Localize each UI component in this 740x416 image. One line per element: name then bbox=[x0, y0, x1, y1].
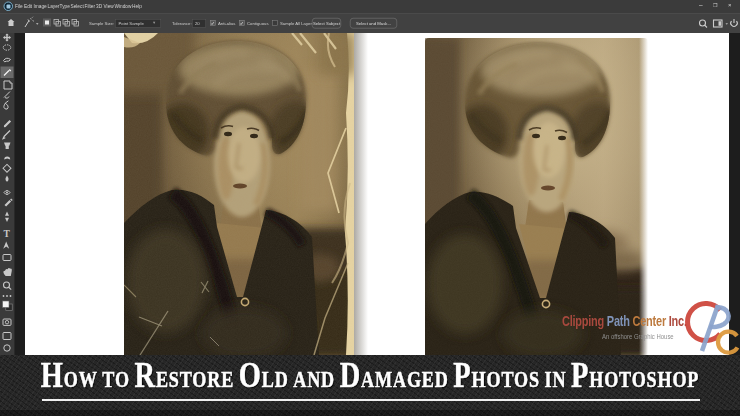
svg-text:T: T bbox=[4, 229, 11, 239]
